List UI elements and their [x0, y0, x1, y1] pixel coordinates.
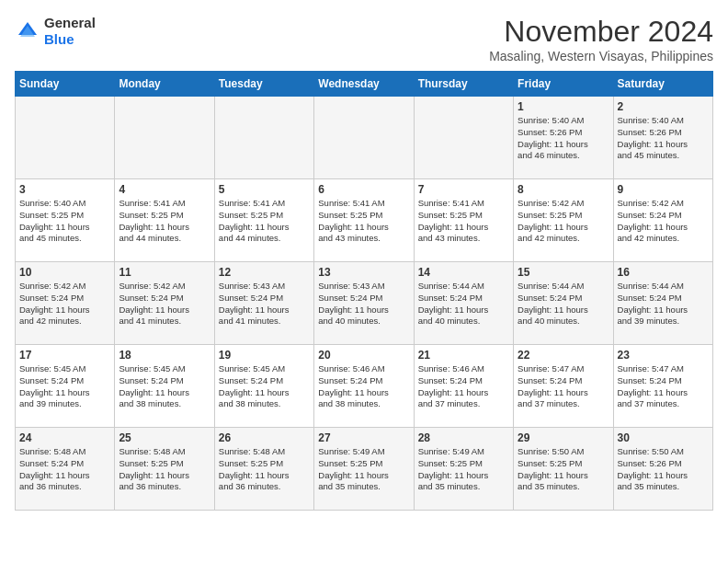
day-cell: 20Sunrise: 5:46 AM Sunset: 5:24 PM Dayli… [314, 345, 414, 428]
day-number: 19 [219, 349, 310, 362]
week-row-4: 17Sunrise: 5:45 AM Sunset: 5:24 PM Dayli… [16, 345, 713, 428]
day-cell: 26Sunrise: 5:48 AM Sunset: 5:25 PM Dayli… [214, 428, 313, 511]
day-info: Sunrise: 5:46 AM Sunset: 5:24 PM Dayligh… [318, 363, 409, 410]
day-cell: 9Sunrise: 5:42 AM Sunset: 5:24 PM Daylig… [613, 179, 712, 262]
day-cell: 25Sunrise: 5:48 AM Sunset: 5:25 PM Dayli… [115, 428, 214, 511]
day-number: 10 [19, 266, 110, 279]
logo-icon [15, 18, 40, 44]
day-info: Sunrise: 5:43 AM Sunset: 5:24 PM Dayligh… [219, 281, 310, 327]
day-cell [214, 97, 313, 179]
day-info: Sunrise: 5:47 AM Sunset: 5:24 PM Dayligh… [518, 363, 609, 410]
day-cell: 23Sunrise: 5:47 AM Sunset: 5:24 PM Dayli… [613, 345, 712, 428]
day-cell: 7Sunrise: 5:41 AM Sunset: 5:25 PM Daylig… [414, 179, 513, 262]
day-cell [115, 97, 214, 179]
week-row-3: 10Sunrise: 5:42 AM Sunset: 5:24 PM Dayli… [16, 262, 713, 345]
day-number: 22 [518, 349, 609, 362]
weekday-header-wednesday: Wednesday [314, 72, 414, 97]
day-cell: 24Sunrise: 5:48 AM Sunset: 5:24 PM Dayli… [16, 428, 115, 511]
day-number: 16 [618, 266, 709, 279]
day-number: 17 [19, 349, 110, 362]
weekday-header-tuesday: Tuesday [214, 72, 313, 97]
day-number: 29 [518, 431, 609, 444]
day-info: Sunrise: 5:47 AM Sunset: 5:24 PM Dayligh… [618, 363, 709, 410]
day-info: Sunrise: 5:40 AM Sunset: 5:26 PM Dayligh… [518, 115, 609, 162]
day-number: 11 [119, 266, 210, 279]
day-info: Sunrise: 5:50 AM Sunset: 5:26 PM Dayligh… [618, 446, 709, 493]
day-info: Sunrise: 5:42 AM Sunset: 5:24 PM Dayligh… [19, 281, 110, 327]
day-cell: 27Sunrise: 5:49 AM Sunset: 5:25 PM Dayli… [314, 428, 414, 511]
day-info: Sunrise: 5:49 AM Sunset: 5:25 PM Dayligh… [318, 446, 409, 493]
month-title: November 2024 [489, 15, 713, 49]
day-cell: 6Sunrise: 5:41 AM Sunset: 5:25 PM Daylig… [314, 179, 414, 262]
day-info: Sunrise: 5:48 AM Sunset: 5:25 PM Dayligh… [119, 446, 210, 493]
day-cell: 28Sunrise: 5:49 AM Sunset: 5:25 PM Dayli… [414, 428, 513, 511]
day-number: 26 [219, 431, 310, 444]
day-number: 30 [618, 431, 709, 444]
day-number: 18 [119, 349, 210, 362]
day-cell: 18Sunrise: 5:45 AM Sunset: 5:24 PM Dayli… [115, 345, 214, 428]
day-info: Sunrise: 5:44 AM Sunset: 5:24 PM Dayligh… [518, 281, 609, 327]
day-cell: 16Sunrise: 5:44 AM Sunset: 5:24 PM Dayli… [613, 262, 712, 345]
day-number: 23 [618, 349, 709, 362]
day-info: Sunrise: 5:45 AM Sunset: 5:24 PM Dayligh… [19, 363, 110, 410]
day-cell [314, 97, 414, 179]
weekday-header-monday: Monday [115, 72, 214, 97]
header-row: SundayMondayTuesdayWednesdayThursdayFrid… [16, 72, 713, 97]
day-cell: 22Sunrise: 5:47 AM Sunset: 5:24 PM Dayli… [514, 345, 613, 428]
weekday-header-saturday: Saturday [613, 72, 712, 97]
day-cell: 8Sunrise: 5:42 AM Sunset: 5:25 PM Daylig… [514, 179, 613, 262]
day-cell: 2Sunrise: 5:40 AM Sunset: 5:26 PM Daylig… [613, 97, 712, 179]
day-number: 28 [418, 431, 509, 444]
week-row-2: 3Sunrise: 5:40 AM Sunset: 5:25 PM Daylig… [16, 179, 713, 262]
day-number: 6 [318, 183, 409, 196]
day-number: 15 [518, 266, 609, 279]
day-number: 12 [219, 266, 310, 279]
logo-text: General Blue [44, 15, 96, 48]
day-cell: 30Sunrise: 5:50 AM Sunset: 5:26 PM Dayli… [613, 428, 712, 511]
day-number: 2 [618, 100, 709, 113]
day-info: Sunrise: 5:45 AM Sunset: 5:24 PM Dayligh… [119, 363, 210, 410]
week-row-1: 1Sunrise: 5:40 AM Sunset: 5:26 PM Daylig… [16, 97, 713, 179]
day-info: Sunrise: 5:41 AM Sunset: 5:25 PM Dayligh… [219, 198, 310, 245]
day-cell: 21Sunrise: 5:46 AM Sunset: 5:24 PM Dayli… [414, 345, 513, 428]
weekday-header-friday: Friday [514, 72, 613, 97]
day-number: 21 [418, 349, 509, 362]
day-info: Sunrise: 5:48 AM Sunset: 5:24 PM Dayligh… [19, 446, 110, 493]
day-cell [414, 97, 513, 179]
page-header: General Blue November 2024 Masaling, Wes… [15, 15, 713, 63]
day-number: 20 [318, 349, 409, 362]
calendar-body: 1Sunrise: 5:40 AM Sunset: 5:26 PM Daylig… [16, 97, 713, 511]
day-cell: 1Sunrise: 5:40 AM Sunset: 5:26 PM Daylig… [514, 97, 613, 179]
day-number: 1 [518, 100, 609, 113]
day-info: Sunrise: 5:44 AM Sunset: 5:24 PM Dayligh… [618, 281, 709, 327]
logo: General Blue [15, 15, 96, 48]
day-info: Sunrise: 5:41 AM Sunset: 5:25 PM Dayligh… [418, 198, 509, 245]
day-info: Sunrise: 5:50 AM Sunset: 5:25 PM Dayligh… [518, 446, 609, 493]
calendar-table: SundayMondayTuesdayWednesdayThursdayFrid… [15, 71, 713, 511]
day-cell: 10Sunrise: 5:42 AM Sunset: 5:24 PM Dayli… [16, 262, 115, 345]
title-block: November 2024 Masaling, Western Visayas,… [489, 15, 713, 63]
day-info: Sunrise: 5:43 AM Sunset: 5:24 PM Dayligh… [318, 281, 409, 327]
day-info: Sunrise: 5:45 AM Sunset: 5:24 PM Dayligh… [219, 363, 310, 410]
day-info: Sunrise: 5:44 AM Sunset: 5:24 PM Dayligh… [418, 281, 509, 327]
day-cell: 13Sunrise: 5:43 AM Sunset: 5:24 PM Dayli… [314, 262, 414, 345]
day-info: Sunrise: 5:49 AM Sunset: 5:25 PM Dayligh… [418, 446, 509, 493]
day-number: 3 [19, 183, 110, 196]
day-number: 13 [318, 266, 409, 279]
day-number: 25 [119, 431, 210, 444]
day-info: Sunrise: 5:41 AM Sunset: 5:25 PM Dayligh… [119, 198, 210, 245]
day-cell: 11Sunrise: 5:42 AM Sunset: 5:24 PM Dayli… [115, 262, 214, 345]
day-info: Sunrise: 5:48 AM Sunset: 5:25 PM Dayligh… [219, 446, 310, 493]
day-info: Sunrise: 5:42 AM Sunset: 5:25 PM Dayligh… [518, 198, 609, 245]
day-number: 24 [19, 431, 110, 444]
day-number: 5 [219, 183, 310, 196]
day-number: 14 [418, 266, 509, 279]
day-cell: 3Sunrise: 5:40 AM Sunset: 5:25 PM Daylig… [16, 179, 115, 262]
day-cell: 5Sunrise: 5:41 AM Sunset: 5:25 PM Daylig… [214, 179, 313, 262]
day-number: 7 [418, 183, 509, 196]
day-number: 4 [119, 183, 210, 196]
calendar-header: SundayMondayTuesdayWednesdayThursdayFrid… [16, 72, 713, 97]
day-cell: 15Sunrise: 5:44 AM Sunset: 5:24 PM Dayli… [514, 262, 613, 345]
day-cell: 17Sunrise: 5:45 AM Sunset: 5:24 PM Dayli… [16, 345, 115, 428]
day-cell [16, 97, 115, 179]
